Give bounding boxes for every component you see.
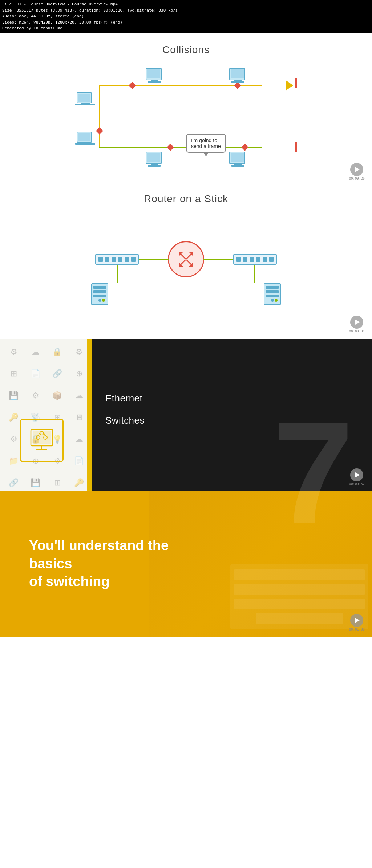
svg-line-30 — [181, 260, 185, 265]
pattern-icon-11: 📦 — [47, 386, 67, 406]
server-left — [90, 283, 110, 305]
monitor-network-icon — [27, 426, 56, 455]
svg-rect-59 — [256, 613, 343, 624]
collisions-section: Collisions — [0, 33, 372, 186]
stop-bar-green-right — [295, 142, 297, 152]
port-2 — [105, 257, 109, 262]
play-circle-4[interactable] — [350, 614, 363, 627]
timestamp-2: 00:00:34 — [349, 329, 365, 333]
svg-rect-43 — [266, 295, 279, 297]
pattern-icon-5: ⊞ — [4, 364, 24, 384]
computer-bottom-left — [75, 131, 95, 149]
metadata-line1: File: 01 - Course Overview - Course Over… — [2, 1, 370, 8]
pattern-icon-26: 💾 — [25, 473, 45, 491]
metadata-bar: File: 01 - Course Overview - Course Over… — [0, 0, 372, 33]
switch-left-ports — [96, 255, 138, 264]
svg-rect-10 — [231, 69, 244, 78]
pattern-grid: ⚙ ☁ 🔒 ⚙ ⊞ 📄 🔗 ⊕ 💾 ⚙ 📦 ☁ 🔑 📡 ⊞ 🖥 ⚙ 🔒 💡 ☁ … — [0, 339, 87, 491]
svg-point-44 — [275, 299, 278, 302]
play-button-1[interactable]: 00:00:26 — [349, 163, 365, 180]
svg-line-32 — [187, 260, 191, 265]
svg-rect-35 — [93, 286, 106, 289]
port-4 — [118, 257, 122, 262]
port-r2 — [243, 257, 247, 262]
metadata-line4: Video: h264, yuv420p, 1280x720, 30.00 fp… — [2, 20, 370, 26]
port-r5 — [263, 257, 267, 262]
pattern-icon-16: 🖥 — [69, 408, 87, 428]
line-router-right — [203, 259, 233, 260]
svg-rect-15 — [78, 133, 90, 141]
server-right — [262, 283, 282, 305]
computer-bottom-right — [228, 152, 248, 170]
svg-rect-4 — [81, 103, 90, 104]
router-section: Router on a Stick — [0, 186, 372, 339]
speech-bubble: I'm going to send a frame — [186, 134, 226, 153]
play-circle-2[interactable] — [350, 316, 363, 329]
svg-rect-19 — [147, 153, 160, 162]
svg-rect-12 — [234, 80, 242, 81]
pattern-icon-3: 🔒 — [47, 342, 67, 362]
port-5 — [125, 257, 129, 262]
computer-bottom-mid — [144, 152, 164, 170]
metadata-line5: Generated by Thumbnail.me — [2, 25, 370, 32]
vline-server-left — [117, 265, 118, 283]
svg-rect-6 — [147, 69, 160, 78]
pattern-icon-1: ⚙ — [4, 342, 24, 362]
metadata-line2: Size: 355181/ bytes (3.39 MiB), duration… — [2, 8, 370, 14]
svg-point-38 — [102, 299, 105, 302]
yellow-accent-bar — [87, 339, 92, 491]
goal-line2: of switching — [29, 574, 110, 589]
play-circle-1[interactable] — [350, 163, 363, 176]
pattern-icon-25: 🔗 — [4, 473, 24, 491]
goals-text: You'll understand the basics of switchin… — [29, 537, 211, 591]
timestamp-4: 00:01:08 — [349, 628, 365, 631]
port-r1 — [236, 257, 241, 262]
svg-rect-57 — [234, 584, 365, 595]
port-r3 — [250, 257, 254, 262]
pattern-icon-24: 📄 — [69, 451, 87, 471]
play-button-2[interactable]: 00:00:34 — [349, 316, 365, 333]
computer-top-mid — [144, 68, 164, 87]
collision-mark-1 — [129, 82, 136, 89]
switch-left — [95, 254, 139, 265]
svg-rect-36 — [93, 290, 106, 293]
goal-line1: You'll understand the basics — [29, 538, 169, 571]
speech-line1: I'm going to — [191, 137, 221, 143]
pattern-icon-7: 🔗 — [47, 364, 67, 384]
play-button-4[interactable]: 00:01:08 — [349, 614, 365, 631]
switch-right — [233, 254, 277, 265]
router-title: Router on a Stick — [7, 193, 365, 205]
svg-rect-25 — [234, 164, 242, 165]
play-triangle-3 — [355, 472, 360, 477]
svg-point-39 — [98, 299, 101, 302]
svg-rect-47 — [33, 431, 51, 444]
pattern-icon-27: ⊞ — [47, 473, 67, 491]
router-icon — [168, 241, 204, 277]
port-1 — [98, 257, 103, 262]
left-pattern: ⚙ ☁ 🔒 ⚙ ⊞ 📄 🔗 ⊕ 💾 ⚙ 📦 ☁ 🔑 📡 ⊞ 🖥 ⚙ 🔒 💡 ☁ … — [0, 339, 87, 491]
port-3 — [112, 257, 116, 262]
svg-rect-8 — [151, 80, 158, 81]
line-router-left — [139, 259, 169, 260]
port-r4 — [256, 257, 260, 262]
svg-rect-23 — [231, 153, 244, 162]
pattern-icon-8: ⊕ — [69, 364, 87, 384]
svg-point-45 — [271, 299, 274, 302]
goals-section: 7 You'll understand the basics of switch… — [0, 491, 372, 637]
svg-rect-41 — [266, 286, 279, 289]
svg-line-26 — [181, 254, 185, 259]
arrow-right-icon — [286, 80, 293, 91]
svg-rect-2 — [78, 94, 90, 102]
computer-top-right — [228, 68, 248, 87]
collision-mark-3 — [96, 127, 103, 135]
switch-right-ports — [234, 255, 276, 264]
router-diagram — [73, 212, 299, 321]
green-line-bottom — [99, 147, 262, 148]
timestamp-1: 00:00:26 — [349, 177, 365, 180]
pattern-icon-2: ☁ — [25, 342, 45, 362]
stop-bar-right — [295, 78, 297, 88]
collision-mark-4 — [167, 144, 174, 151]
play-triangle-1 — [355, 167, 360, 172]
vline-server-right — [254, 265, 255, 283]
svg-rect-58 — [234, 599, 365, 609]
